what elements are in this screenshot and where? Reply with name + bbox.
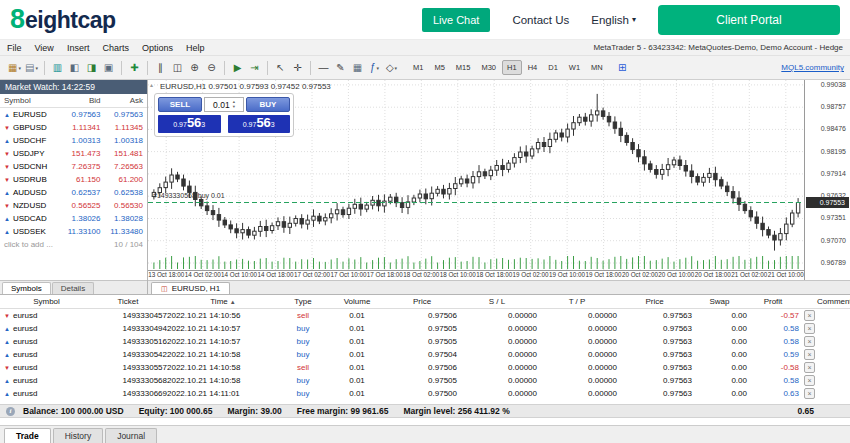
timeframe-h4[interactable]: H4 (523, 60, 543, 75)
timeframe-m15[interactable]: M15 (451, 60, 476, 75)
deals-column-t-p[interactable]: T / P (537, 297, 617, 306)
deals-column-profit[interactable]: Profit (747, 297, 799, 306)
toolbox-tab-journal[interactable]: Journal (105, 428, 157, 443)
market-watch-row[interactable]: ▼USDCNH7.263757.26563 (0, 160, 147, 173)
market-watch-tab-symbols[interactable]: Symbols (2, 282, 51, 294)
sell-price-display[interactable]: 0.97563 (158, 115, 221, 133)
grid-icon[interactable]: ▦ (349, 59, 366, 76)
close-position-icon[interactable]: × (804, 375, 815, 386)
click-to-add-row[interactable]: click to add ... 10 / 104 (0, 238, 147, 251)
column-symbol[interactable]: Symbol (4, 96, 58, 105)
timeframe-w1[interactable]: W1 (564, 60, 585, 75)
menu-file[interactable]: File (7, 43, 22, 53)
deal-row[interactable]: ▲eurusd14933305422022.10.21 14:10:58buy0… (0, 348, 850, 361)
zoom-out-icon[interactable]: ⊖ (203, 59, 220, 76)
deal-row[interactable]: ▼eurusd14933305572022.10.21 14:10:58sell… (0, 361, 850, 374)
deal-row[interactable]: ▲eurusd14933305682022.10.21 14:10:58buy0… (0, 374, 850, 387)
bar-chart-icon[interactable]: ∥ (152, 59, 169, 76)
eightcap-logo[interactable]: 8eightcap (10, 4, 116, 35)
menu-view[interactable]: View (35, 43, 54, 53)
timeframe-m5[interactable]: M5 (429, 60, 449, 75)
market-watch-row[interactable]: ▲AUDUSD0.625370.62538 (0, 186, 147, 199)
market-watch-row[interactable]: ▼GBPUSD1.113411.11345 (0, 121, 147, 134)
deals-column-swap[interactable]: Swap (692, 297, 747, 306)
market-watch-row[interactable]: ▲USDCAD1.380261.38028 (0, 212, 147, 225)
deals-column-comment[interactable]: Comment (817, 297, 850, 306)
price-axis[interactable]: 0.97553 0.990380.987570.984760.981950.97… (804, 80, 850, 280)
new-order-icon[interactable]: ✚ (126, 59, 143, 76)
toolbox-icon[interactable]: ▣ (100, 59, 117, 76)
sell-button[interactable]: SELL (158, 97, 202, 112)
deals-column-time[interactable]: Time▲ (167, 297, 279, 306)
candlestick-chart-icon[interactable]: ◫ (169, 59, 186, 76)
buy-button[interactable]: BUY (246, 97, 290, 112)
language-selector[interactable]: English ▾ (591, 14, 636, 26)
timeframe-m30[interactable]: M30 (476, 60, 501, 75)
menu-help[interactable]: Help (186, 43, 205, 53)
close-position-icon[interactable]: × (804, 349, 815, 360)
objects-icon[interactable]: ◇▾ (383, 59, 400, 76)
column-ask[interactable]: Ask (101, 96, 144, 105)
deals-column-s-l[interactable]: S / L (457, 297, 537, 306)
deals-column-ticket[interactable]: Ticket (89, 297, 167, 306)
new-chart-icon[interactable]: ▦▾ (6, 59, 23, 76)
close-position-icon[interactable]: × (804, 336, 815, 347)
close-position-icon[interactable]: × (804, 323, 815, 334)
deal-row[interactable]: ▲eurusd14933306692022.10.21 14:11:01buy0… (0, 387, 850, 400)
live-chat-button[interactable]: Live Chat (422, 8, 490, 32)
timeframe-d1[interactable]: D1 (543, 60, 563, 75)
navigator-icon[interactable]: ◨ (83, 59, 100, 76)
timeframe-mn[interactable]: MN (586, 60, 608, 75)
one-click-toggle-icon[interactable]: ▴ (150, 81, 153, 88)
market-watch-row[interactable]: ▼NZDUSD0.565250.56530 (0, 199, 147, 212)
market-watch-tab-details[interactable]: Details (52, 282, 94, 294)
close-position-icon[interactable]: × (804, 362, 815, 373)
client-portal-button[interactable]: Client Portal (658, 5, 840, 35)
deals-column-volume[interactable]: Volume (327, 297, 387, 306)
deals-column-price[interactable]: Price (617, 297, 692, 306)
column-bid[interactable]: Bid (58, 96, 101, 105)
deals-column-price[interactable]: Price (387, 297, 457, 306)
buy-price-display[interactable]: 0.97563 (228, 115, 291, 133)
crosshair-icon[interactable]: ✛ (289, 59, 306, 76)
market-watch-row[interactable]: ▲USDSEK11.3310011.33480 (0, 225, 147, 238)
market-watch-row[interactable]: ▼USDRUB61.15061.200 (0, 173, 147, 186)
menu-insert[interactable]: Insert (67, 43, 90, 53)
toolbox-tab-trade[interactable]: Trade (4, 428, 51, 443)
deal-current-price: 0.97563 (617, 363, 692, 372)
volume-input[interactable]: 0.01 ▴▾ (204, 97, 244, 112)
deals-column-symbol[interactable]: Symbol (4, 297, 89, 306)
cursor-icon[interactable]: ↖ (272, 59, 289, 76)
data-window-icon[interactable]: ◧ (66, 59, 83, 76)
mql5-community-link[interactable]: MQL5.community (781, 63, 844, 72)
deals-column-type[interactable]: Type (279, 297, 327, 306)
indicators-icon[interactable]: ƒ▾ (366, 59, 383, 76)
chart-shift-icon[interactable]: ⇥ (246, 59, 263, 76)
close-position-icon[interactable]: × (804, 310, 815, 321)
chart-plot[interactable]: ▴ EURUSD,H1 0.97501 0.97593 0.97452 0.97… (148, 80, 804, 270)
deal-row[interactable]: ▼eurusd14933304572022.10.21 14:10:56sell… (0, 309, 850, 322)
close-position-icon[interactable]: × (804, 388, 815, 399)
toolbox-tab-history[interactable]: History (53, 428, 103, 443)
menu-options[interactable]: Options (142, 43, 173, 53)
volume-spinner-icon[interactable]: ▴▾ (233, 100, 235, 110)
timeframe-h1[interactable]: H1 (502, 60, 522, 75)
horizontal-line-icon[interactable]: — (315, 59, 332, 76)
market-watch-icon[interactable]: ▥ (49, 59, 66, 76)
tile-windows-icon[interactable]: ⊞ (614, 59, 631, 76)
text-label-icon[interactable]: ✎ (332, 59, 349, 76)
timeframe-m1[interactable]: M1 (408, 60, 428, 75)
auto-scroll-icon[interactable]: ▶ (229, 59, 246, 76)
market-watch-row[interactable]: ▼USDJPY151.473151.481 (0, 147, 147, 160)
menu-charts[interactable]: Charts (102, 43, 129, 53)
deal-row[interactable]: ▲eurusd14933304942022.10.21 14:10:57buy0… (0, 322, 850, 335)
chart-tab-eurusd-h1[interactable]: ◫ EURUSD, H1 (151, 282, 230, 294)
time-axis[interactable]: 13 Oct 18:0014 Oct 02:0014 Oct 10:0014 O… (148, 270, 804, 280)
contact-us-link[interactable]: Contact Us (512, 14, 569, 26)
bid-value: 151.473 (58, 149, 101, 158)
market-watch-row[interactable]: ▲EURUSD0.975630.97563 (0, 108, 147, 121)
zoom-in-icon[interactable]: ⊕ (186, 59, 203, 76)
profiles-icon[interactable]: ▤▾ (23, 59, 40, 76)
deal-row[interactable]: ▲eurusd14933305162022.10.21 14:10:57buy0… (0, 335, 850, 348)
market-watch-row[interactable]: ▲USDCHF1.003131.00318 (0, 134, 147, 147)
